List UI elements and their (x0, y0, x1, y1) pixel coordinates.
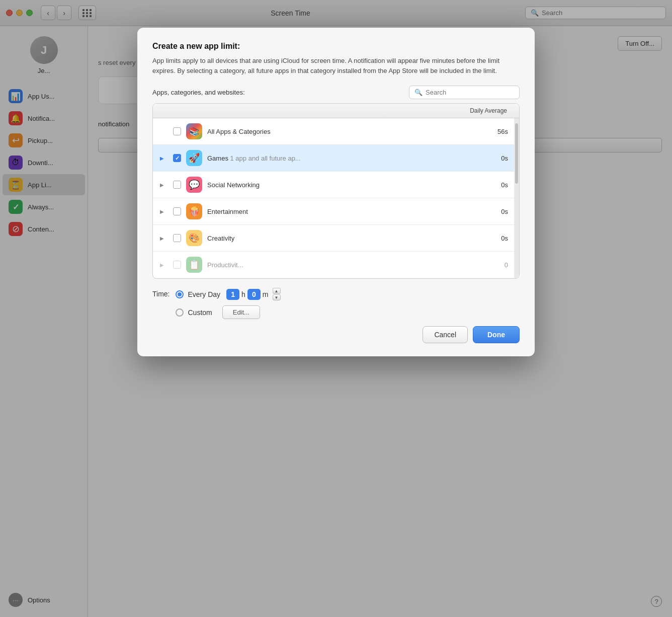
creativity-icon: 🎨 (186, 230, 202, 246)
expand-arrow[interactable]: ▶ (160, 182, 168, 188)
table-row: ▶ 🚀 Games 1 app and all future ap... 0s (153, 145, 519, 172)
apps-label-row: Apps, categories, and websites: 🔍 (152, 86, 520, 99)
time-section: Time: Every Day 1 h 0 m ▲ ▼ (152, 288, 520, 319)
row-checkbox[interactable] (173, 207, 181, 215)
cancel-button[interactable]: Cancel (423, 326, 468, 343)
productivity-icon: 📋 (186, 257, 202, 273)
row-checkbox[interactable] (173, 261, 181, 269)
table-row: ▶ 🎨 Creativity 0s (153, 225, 519, 252)
row-sub: 1 app and all future ap... (230, 155, 301, 162)
edit-button[interactable]: Edit... (222, 305, 260, 319)
table-header: Daily Average (153, 104, 519, 118)
every-day-label: Every Day (188, 290, 220, 298)
time-stepper: ▲ ▼ (273, 288, 281, 300)
row-time: 0s (493, 181, 508, 189)
table-body: 📚 All Apps & Categories 56s ▶ 🚀 Games 1 … (153, 118, 519, 278)
dialog-title: Create a new app limit: (152, 42, 520, 51)
expand-arrow[interactable]: ▶ (160, 236, 168, 241)
radio-options: Every Day 1 h 0 m ▲ ▼ Custom (176, 288, 280, 319)
time-inputs: 1 h 0 m ▲ ▼ (226, 288, 280, 300)
minutes-input[interactable]: 0 (247, 289, 261, 300)
custom-row: Custom Edit... (176, 305, 280, 319)
dialog-overlay: Create a new app limit: App limits apply… (0, 0, 672, 617)
row-time: 0s (493, 155, 508, 162)
table-row: 📚 All Apps & Categories 56s (153, 118, 519, 145)
scrollbar-thumb[interactable] (515, 123, 518, 184)
row-checkbox[interactable] (173, 181, 181, 189)
apps-search-field[interactable]: 🔍 (409, 86, 520, 99)
custom-label: Custom (188, 308, 212, 317)
table-row: ▶ 💬 Social Networking 0s (153, 172, 519, 198)
row-name: Games 1 app and all future ap... (207, 155, 488, 162)
minutes-unit: m (263, 290, 269, 298)
search-icon: 🔍 (414, 89, 423, 96)
daily-average-header: Daily Average (470, 107, 507, 114)
increment-button[interactable]: ▲ (273, 288, 281, 294)
table-row: ▶ 📋 Productivit... 0 (153, 252, 519, 278)
done-button[interactable]: Done (473, 326, 520, 343)
hours-input[interactable]: 1 (226, 289, 239, 300)
table-row: ▶ 🍿 Entertainment 0s (153, 198, 519, 225)
expand-arrow[interactable]: ▶ (160, 262, 168, 268)
every-day-radio[interactable] (176, 290, 184, 298)
time-label: Time: (152, 288, 170, 298)
row-name: All Apps & Categories (207, 128, 488, 135)
row-checkbox[interactable] (173, 127, 181, 135)
row-time: 0s (493, 208, 508, 215)
row-checkbox[interactable] (173, 234, 181, 242)
dialog-description: App limits apply to all devices that are… (152, 56, 520, 75)
create-app-limit-dialog: Create a new app limit: App limits apply… (137, 28, 535, 356)
row-time: 56s (493, 128, 508, 135)
every-day-row: Every Day 1 h 0 m ▲ ▼ (176, 288, 280, 300)
apps-search-input[interactable] (426, 89, 514, 96)
custom-radio[interactable] (176, 308, 184, 317)
row-time: 0s (493, 235, 508, 242)
hours-unit: h (241, 290, 245, 298)
apps-categories-label: Apps, categories, and websites: (152, 89, 245, 96)
row-name: Productivit... (207, 261, 488, 269)
expand-arrow[interactable]: ▶ (160, 156, 168, 161)
apps-table: Daily Average 📚 All Apps & Categories 56… (152, 103, 520, 279)
row-name: Creativity (207, 235, 488, 242)
social-icon: 💬 (186, 177, 202, 193)
row-time: 0 (493, 261, 508, 269)
decrement-button[interactable]: ▼ (273, 294, 281, 300)
expand-arrow[interactable]: ▶ (160, 209, 168, 214)
dialog-footer: Cancel Done (152, 326, 520, 343)
entertainment-icon: 🍿 (186, 203, 202, 219)
all-apps-icon: 📚 (186, 123, 202, 139)
row-name: Entertainment (207, 208, 488, 215)
row-checkbox[interactable] (173, 154, 181, 162)
games-icon: 🚀 (186, 150, 202, 166)
scrollbar-track[interactable] (514, 118, 519, 278)
row-name: Social Networking (207, 181, 488, 189)
